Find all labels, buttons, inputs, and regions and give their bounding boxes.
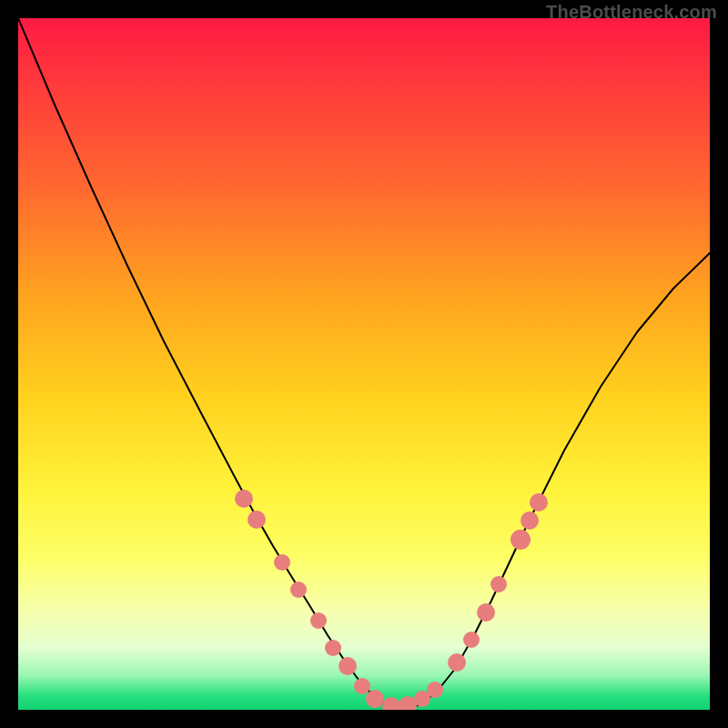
data-marker [290,581,307,598]
data-marker [511,530,531,550]
watermark-label: TheBottleneck.com [546,2,717,23]
data-marker [521,511,539,530]
data-marker [530,493,548,511]
data-marker [427,682,443,698]
plot-area [18,18,710,710]
data-marker [463,632,480,648]
data-marker [248,511,266,529]
data-marker [325,640,341,656]
data-marker [274,554,290,571]
data-marker [477,603,495,622]
data-marker [235,490,253,508]
data-marker [366,690,384,708]
curve-line [18,18,710,708]
data-marker [354,678,370,694]
chart-frame: TheBottleneck.com [0,0,728,728]
data-marker [448,653,466,672]
bottleneck-chart [18,18,710,710]
data-marker [339,657,357,675]
data-marker [399,696,417,710]
data-marker [310,612,327,629]
data-marker [382,697,400,710]
data-marker [490,576,507,592]
